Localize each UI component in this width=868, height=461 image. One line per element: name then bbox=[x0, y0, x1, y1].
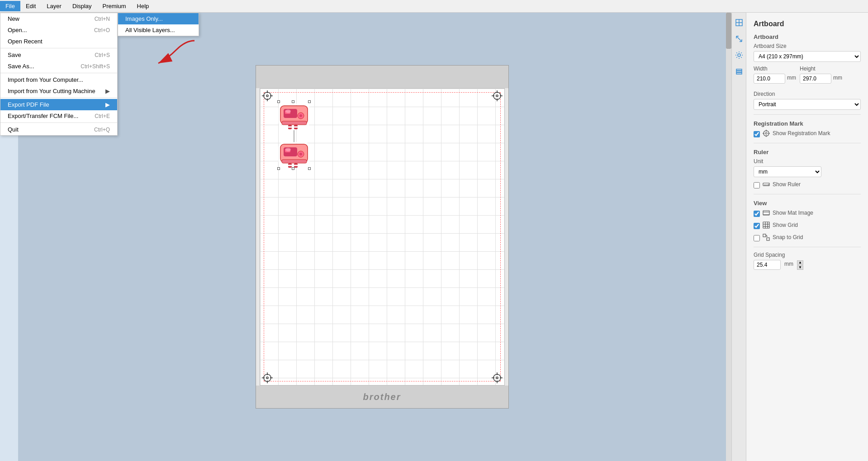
reg-mark-bottom-left bbox=[262, 372, 273, 383]
snap-to-grid-row: Snap to Grid bbox=[754, 234, 861, 242]
svg-point-53 bbox=[738, 54, 740, 56]
unit-label: Unit bbox=[754, 158, 861, 165]
selection-handle-right[interactable] bbox=[308, 100, 311, 103]
selection-handle-mid-bottom[interactable] bbox=[292, 167, 294, 170]
scrollbar-thumb[interactable] bbox=[726, 13, 731, 49]
height-input[interactable] bbox=[800, 74, 831, 84]
mat-image-icon bbox=[763, 209, 770, 218]
stepper-down[interactable]: ▼ bbox=[797, 265, 803, 270]
settings-icon-btn[interactable] bbox=[734, 50, 745, 61]
registration-mark-section: Registration Mark bbox=[754, 120, 861, 127]
menu-save-as[interactable]: Save As... Ctrl+Shift+S bbox=[0, 61, 117, 72]
stepper-up[interactable]: ▲ bbox=[797, 260, 803, 265]
height-label: Height bbox=[800, 66, 842, 72]
selection-handle-bottom-left[interactable] bbox=[277, 167, 280, 170]
menu-export-fcm[interactable]: Export/Transfer FCM File... Ctrl+E bbox=[0, 110, 117, 122]
menu-help[interactable]: Help bbox=[132, 1, 155, 11]
mat-body[interactable] bbox=[260, 88, 505, 386]
right-panel-title: Artboard bbox=[754, 20, 861, 28]
menu-import-computer[interactable]: Import from Your Computer... bbox=[0, 74, 117, 85]
svg-point-37 bbox=[285, 109, 291, 113]
svg-rect-34 bbox=[282, 121, 307, 125]
menu-edit[interactable]: Edit bbox=[20, 1, 41, 11]
show-registration-mark-row: Show Registration Mark bbox=[754, 130, 861, 138]
show-mat-image-label: Show Mat Image bbox=[773, 210, 813, 216]
selection-handle-bottom-right[interactable] bbox=[308, 167, 311, 170]
show-ruler-row: Show Ruler bbox=[754, 181, 861, 189]
show-registration-mark-label: Show Registration Mark bbox=[773, 130, 830, 136]
design-item-2[interactable] bbox=[278, 141, 310, 171]
ruler-section: Ruler bbox=[754, 149, 861, 155]
mat-brand-text: brother bbox=[363, 392, 401, 402]
menu-new[interactable]: New Ctrl+N bbox=[0, 13, 117, 24]
reg-mark-bottom-right bbox=[492, 372, 503, 383]
svg-point-43 bbox=[299, 153, 302, 155]
menu-export-pdf[interactable]: Export PDF File ▶ bbox=[0, 99, 117, 110]
direction-select[interactable]: Portrait bbox=[754, 99, 861, 110]
svg-point-18 bbox=[266, 377, 268, 379]
registration-mark-icon bbox=[763, 130, 770, 138]
menu-premium[interactable]: Premium bbox=[97, 1, 132, 11]
selection-handle-top[interactable] bbox=[277, 100, 280, 103]
mat-header bbox=[256, 66, 508, 88]
submenu-images-only[interactable]: Images Only... bbox=[118, 13, 199, 24]
svg-rect-56 bbox=[736, 73, 742, 74]
width-unit: mm bbox=[787, 75, 796, 81]
svg-point-23 bbox=[493, 374, 501, 381]
artboard-icon-btn[interactable] bbox=[734, 17, 745, 28]
menu-display[interactable]: Display bbox=[67, 1, 97, 11]
svg-point-24 bbox=[496, 377, 498, 379]
svg-rect-44 bbox=[282, 160, 307, 163]
menu-quit[interactable]: Quit Ctrl+Q bbox=[0, 124, 117, 135]
snap-to-grid-checkbox[interactable] bbox=[754, 235, 760, 241]
mat-footer: brother bbox=[256, 386, 508, 408]
artboard-section-label: Artboard bbox=[754, 33, 861, 40]
menu-open[interactable]: Open... Ctrl+O bbox=[0, 24, 117, 36]
ruler-icon bbox=[763, 181, 770, 189]
svg-point-58 bbox=[765, 132, 767, 134]
show-grid-row: Show Grid bbox=[754, 221, 861, 230]
view-section: View bbox=[754, 200, 861, 207]
show-ruler-checkbox[interactable] bbox=[754, 182, 760, 188]
show-mat-image-row: Show Mat Image bbox=[754, 209, 861, 218]
svg-point-47 bbox=[285, 148, 291, 151]
snap-icon bbox=[763, 234, 770, 242]
menubar: File Edit Layer Display Premium Help bbox=[0, 0, 868, 13]
snap-to-grid-label: Snap to Grid bbox=[773, 234, 803, 240]
layers-icon-btn[interactable] bbox=[734, 66, 745, 77]
width-input[interactable] bbox=[754, 74, 785, 84]
right-icon-strip bbox=[731, 13, 746, 461]
grid-spacing-input[interactable] bbox=[754, 260, 781, 270]
file-dropdown: New Ctrl+N Open... Ctrl+O Open Recent Sa… bbox=[0, 13, 118, 136]
svg-rect-71 bbox=[763, 222, 769, 228]
mat-container: brother bbox=[256, 65, 509, 409]
show-mat-image-checkbox[interactable] bbox=[754, 211, 760, 217]
show-ruler-label: Show Ruler bbox=[773, 181, 801, 188]
submenu-all-visible-layers[interactable]: All Visible Layers... bbox=[118, 24, 199, 36]
artboard-size-label: Artboard Size bbox=[754, 43, 861, 49]
menu-open-recent[interactable]: Open Recent bbox=[0, 36, 117, 47]
canvas-area: brother bbox=[18, 13, 746, 461]
selection-handle-mid-top[interactable] bbox=[292, 100, 294, 103]
menu-save[interactable]: Save Ctrl+S bbox=[0, 49, 117, 61]
grid-spacing-stepper[interactable]: ▲ ▼ bbox=[797, 260, 803, 270]
show-grid-checkbox[interactable] bbox=[754, 223, 760, 229]
direction-label: Direction bbox=[754, 91, 861, 97]
menu-import-cutting[interactable]: Import from Your Cutting Machine ▶ bbox=[0, 85, 117, 97]
unit-select[interactable]: mm bbox=[754, 166, 821, 177]
svg-point-12 bbox=[496, 95, 498, 97]
show-registration-mark-checkbox[interactable] bbox=[754, 131, 760, 137]
svg-rect-55 bbox=[736, 71, 742, 72]
menu-file[interactable]: File bbox=[0, 1, 20, 11]
svg-point-33 bbox=[299, 114, 302, 117]
grid-spacing-label: Grid Spacing bbox=[754, 252, 861, 258]
grid-overlay bbox=[260, 89, 504, 385]
svg-rect-77 bbox=[767, 238, 769, 240]
artboard-size-select[interactable]: A4 (210 x 297mm) bbox=[754, 51, 861, 62]
menu-layer[interactable]: Layer bbox=[41, 1, 67, 11]
export-pdf-submenu: Images Only... All Visible Layers... bbox=[118, 13, 199, 36]
svg-point-11 bbox=[493, 92, 501, 99]
resize-icon-btn[interactable] bbox=[734, 33, 745, 44]
design-item-1[interactable] bbox=[278, 102, 310, 133]
vertical-scrollbar[interactable] bbox=[726, 13, 731, 461]
